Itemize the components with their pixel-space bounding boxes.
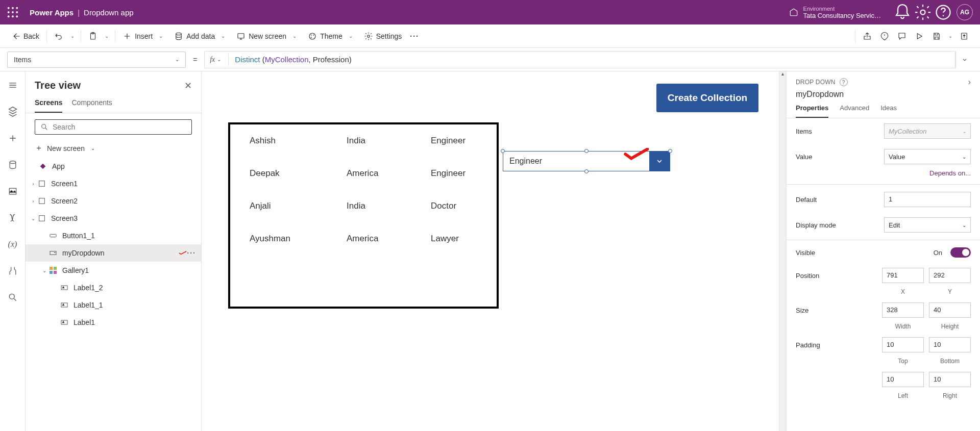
svg-point-14: [176, 33, 182, 35]
prop-default-input[interactable]: 1: [884, 192, 971, 207]
title-separator: |: [78, 8, 80, 17]
close-icon[interactable]: ✕: [184, 80, 192, 91]
variables-rail-icon[interactable]: (x): [4, 236, 21, 253]
svg-rect-35: [54, 271, 57, 274]
new-screen-tree-button[interactable]: ＋ New screen ⌄: [35, 143, 192, 154]
dropdown-control-selected[interactable]: Engineer: [503, 151, 670, 171]
tree-item-more-icon[interactable]: ···: [187, 249, 196, 257]
tree-item-gallery1[interactable]: ⌄ Gallery1: [26, 262, 201, 279]
notifications-icon[interactable]: [893, 3, 912, 21]
svg-point-26: [42, 124, 46, 129]
tree-item-button1-1[interactable]: Button1_1: [26, 227, 201, 244]
environment-picker[interactable]: Environment Tata Consultancy Servic…: [789, 6, 881, 19]
help-icon[interactable]: [934, 3, 952, 21]
share-icon[interactable]: [859, 29, 876, 44]
tree-item-label1-2[interactable]: Label1_2: [26, 279, 201, 296]
data-rail-icon[interactable]: [4, 156, 21, 173]
tree-item-app[interactable]: App: [26, 158, 201, 175]
waffle-icon[interactable]: [7, 7, 18, 18]
tab-ideas[interactable]: Ideas: [880, 104, 897, 118]
overflow-button[interactable]: ···: [406, 29, 423, 43]
tree-view-rail-icon[interactable]: [4, 103, 21, 120]
tools-rail-icon[interactable]: [4, 262, 21, 280]
formula-input[interactable]: fx ⌄ Distinct (MyCollection, Profession): [204, 51, 955, 68]
settings-button[interactable]: Settings: [360, 29, 406, 44]
svg-point-2: [16, 7, 18, 9]
play-icon[interactable]: [911, 29, 928, 44]
insert-button[interactable]: Insert ⌄: [118, 29, 170, 44]
svg-rect-28: [39, 198, 45, 204]
new-screen-button[interactable]: New screen ⌄: [232, 29, 304, 44]
prop-height-input[interactable]: 40: [929, 302, 971, 318]
dropdown-chevron-icon[interactable]: [649, 151, 670, 171]
tree-item-screen1[interactable]: › Screen1: [26, 175, 201, 192]
svg-rect-36: [61, 286, 67, 290]
prop-pad-bottom-input[interactable]: 10: [929, 337, 971, 352]
tab-screens[interactable]: Screens: [35, 98, 62, 113]
prop-pos-x-input[interactable]: 791: [882, 268, 924, 283]
formula-expand-icon[interactable]: [955, 51, 973, 68]
gallery-row: Ayushman America Lawyer: [230, 222, 497, 255]
tree-item-label1-1[interactable]: Label1_1: [26, 296, 201, 314]
prop-width-input[interactable]: 328: [882, 302, 924, 318]
paste-chevron[interactable]: ⌄: [102, 33, 112, 39]
property-selector-value: Items: [14, 56, 31, 64]
search-input[interactable]: [53, 123, 186, 131]
control-name: myDropdown: [787, 90, 980, 102]
tree-item-label1[interactable]: Label1: [26, 314, 201, 331]
svg-point-3: [8, 11, 10, 13]
tab-components[interactable]: Components: [71, 98, 112, 113]
tree-item-screen3[interactable]: ⌄ Screen3: [26, 210, 201, 227]
vertical-scrollbar[interactable]: ▲▼: [779, 71, 786, 431]
save-chevron[interactable]: ⌄: [945, 33, 955, 39]
gallery-control[interactable]: Ashish India Engineer Deepak America Eng…: [228, 122, 499, 309]
prop-visible-toggle[interactable]: [950, 247, 971, 258]
svg-point-6: [8, 15, 10, 17]
add-data-button[interactable]: Add data ⌄: [170, 29, 232, 44]
tree-search[interactable]: [35, 119, 192, 135]
checker-icon[interactable]: [876, 29, 893, 44]
prop-pad-top-input[interactable]: 10: [882, 337, 924, 352]
help-icon[interactable]: ?: [840, 78, 848, 86]
environment-value: Tata Consultancy Servic…: [803, 12, 881, 19]
svg-point-22: [10, 161, 16, 164]
comments-icon[interactable]: [893, 29, 911, 44]
tree-item-screen2[interactable]: › Screen2: [26, 192, 201, 210]
avatar[interactable]: AG: [957, 4, 973, 20]
svg-rect-27: [39, 181, 45, 187]
prop-displaymode-select[interactable]: Edit⌄: [884, 217, 971, 233]
tab-properties[interactable]: Properties: [796, 104, 828, 118]
tab-advanced[interactable]: Advanced: [840, 104, 869, 118]
environment-label: Environment: [803, 6, 881, 12]
prop-pad-left-input[interactable]: 10: [882, 372, 924, 387]
depends-on-link[interactable]: Depends on...: [787, 169, 980, 182]
fx-icon: fx: [210, 56, 215, 64]
tree-item-mydropdown[interactable]: myDropdown ···: [26, 244, 201, 262]
flows-rail-icon[interactable]: [4, 209, 21, 226]
save-icon[interactable]: [928, 29, 945, 44]
prop-value-select[interactable]: Value⌄: [884, 149, 971, 164]
svg-rect-38: [61, 320, 67, 324]
insert-rail-icon[interactable]: [4, 130, 21, 147]
undo-button[interactable]: [50, 29, 67, 44]
insert-label: Insert: [135, 32, 153, 40]
svg-point-18: [313, 34, 314, 35]
svg-rect-37: [61, 303, 67, 307]
search-rail-icon[interactable]: [4, 289, 21, 306]
canvas[interactable]: Create Collection Ashish India Engineer …: [202, 71, 779, 431]
create-collection-button[interactable]: Create Collection: [656, 84, 758, 112]
prop-items-value[interactable]: MyCollection⌄: [884, 123, 971, 139]
media-rail-icon[interactable]: [4, 183, 21, 200]
property-selector[interactable]: Items ⌄: [7, 52, 186, 68]
paste-button[interactable]: [84, 29, 102, 44]
settings-icon[interactable]: [914, 3, 932, 21]
prop-pos-y-input[interactable]: 292: [929, 268, 971, 283]
hamburger-icon[interactable]: [4, 77, 21, 94]
prop-pad-right-input[interactable]: 10: [929, 372, 971, 387]
back-button[interactable]: Back: [7, 29, 43, 44]
theme-button[interactable]: Theme ⌄: [304, 29, 360, 44]
publish-icon[interactable]: [955, 29, 973, 44]
undo-chevron[interactable]: ⌄: [67, 33, 78, 39]
expand-pane-icon[interactable]: ›: [968, 78, 971, 87]
svg-point-16: [309, 33, 315, 39]
